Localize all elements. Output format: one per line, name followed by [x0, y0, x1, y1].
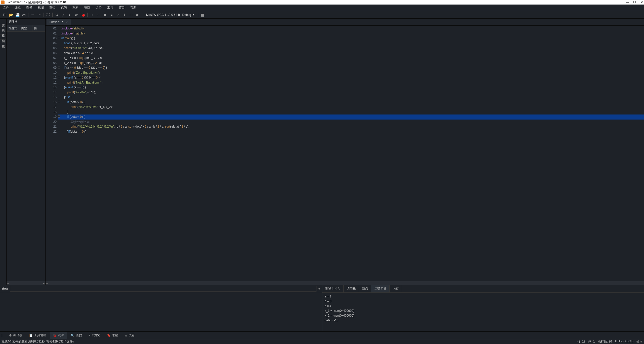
line-number[interactable]: 01	[46, 26, 58, 31]
line-number[interactable]: 11-	[46, 75, 58, 80]
compile-run-icon[interactable]: ⏵	[68, 13, 72, 17]
code-line[interactable]: scanf("%f %f %f", &a, &b, &c);	[58, 46, 644, 51]
code-line[interactable]: }if(deta == 0){	[58, 129, 644, 134]
line-number[interactable]: 08	[46, 61, 58, 66]
line-number[interactable]: 10	[46, 70, 58, 75]
menu-视图[interactable]: 视图	[37, 5, 45, 10]
save-all-icon[interactable]: 🗃	[22, 13, 26, 17]
minimize-button[interactable]: —	[626, 1, 629, 4]
btab-TODO[interactable]: ≡TODO	[86, 332, 103, 338]
code-line[interactable]: }else if (a == 0 && b == 0) {	[58, 75, 644, 80]
manager-body[interactable]	[7, 32, 45, 281]
line-number[interactable]: 15-	[46, 95, 58, 100]
continue-icon[interactable]: ⏭	[135, 13, 140, 17]
line-number[interactable]: 19-	[46, 114, 58, 120]
code-line[interactable]: float a, b, c, x_1, x_2, deta;	[58, 41, 644, 46]
vtab-结构[interactable]: 结构	[0, 34, 6, 40]
redo-icon[interactable]: ↷	[37, 13, 42, 17]
stop-icon[interactable]: □	[129, 13, 133, 17]
code-line[interactable]: printf("%.2f\n", -c / b);	[58, 90, 644, 95]
menu-工具[interactable]: 工具	[106, 5, 114, 10]
menu-编辑[interactable]: 编辑	[14, 5, 22, 10]
maximize-button[interactable]: ☐	[633, 1, 636, 4]
code-line[interactable]: if (a == 0 && b == 0 && c == 0) {	[58, 65, 644, 70]
new-file-icon[interactable]: 🗋	[2, 13, 7, 17]
comment-icon[interactable]: ≣	[103, 13, 107, 17]
vtab-文件[interactable]: 文件	[0, 19, 6, 24]
open-file-icon[interactable]: 📂	[9, 13, 13, 17]
vtab-试题集[interactable]: 试题集	[0, 40, 6, 45]
btab-调试[interactable]: 🐞调试	[50, 332, 67, 339]
compiler-select[interactable]: MinGW GCC 11.2.0 64-bit Debug	[144, 13, 196, 17]
eval-input[interactable]	[10, 286, 316, 292]
menu-窗口[interactable]: 窗口	[118, 5, 126, 10]
step-into-icon[interactable]: ⤓	[122, 13, 127, 17]
code-line[interactable]: deta = b * b - 4 * a * c;	[58, 51, 644, 56]
menu-运行[interactable]: 运行	[95, 5, 103, 10]
menu-文件[interactable]: 文件	[2, 5, 10, 10]
code-line[interactable]: #include<math.h>	[58, 31, 644, 36]
compile-icon[interactable]: ⚙	[55, 13, 59, 17]
line-number[interactable]: 06	[46, 51, 58, 56]
messages-vtab[interactable]: …	[1, 334, 5, 337]
manager-scrollbar[interactable]: ◂▸	[7, 281, 45, 285]
vtab-项目[interactable]: 项目	[0, 24, 6, 29]
menu-帮助[interactable]: 帮助	[129, 5, 137, 10]
line-number[interactable]: 03-	[46, 36, 58, 41]
mgr-col[interactable]: 值	[32, 25, 45, 31]
mgr-col[interactable]: 表达式	[7, 25, 19, 31]
dtab-调用栈[interactable]: 调用栈	[344, 285, 359, 292]
line-number[interactable]: 16-	[46, 100, 58, 105]
code-line[interactable]: printf("%.2f\n%.2f\n", x_1, x_2);	[58, 105, 644, 110]
code-line[interactable]: }else if (a == 0) {	[58, 85, 644, 90]
code-line[interactable]: }else{	[58, 95, 644, 100]
menu-选择[interactable]: 选择	[25, 5, 33, 10]
menu-项目[interactable]: 项目	[83, 5, 91, 10]
code-line[interactable]: }	[58, 110, 644, 115]
btab-查找[interactable]: 🔍查找	[68, 332, 85, 339]
line-number[interactable]: 13-	[46, 85, 58, 90]
expand-icon[interactable]: ⛶	[46, 13, 50, 17]
uncomment-icon[interactable]: ≡	[109, 13, 114, 17]
code-line[interactable]: printf("Not An Equation\n");	[58, 80, 644, 85]
line-number[interactable]: 04	[46, 41, 58, 46]
line-number[interactable]: 22-	[46, 129, 58, 134]
outdent-icon[interactable]: ⇤	[96, 13, 101, 17]
editor-scrollbar[interactable]: ◂	[46, 281, 644, 285]
tab-untitled1[interactable]: untitled1.c ✕	[47, 19, 71, 25]
code-line[interactable]: if (deta < 0) {	[58, 114, 644, 120]
code-line[interactable]: //if(b==0)b=-b;	[58, 120, 644, 125]
line-number[interactable]: 02	[46, 31, 58, 36]
code-line[interactable]: printf("Zero Equation\n");	[58, 70, 644, 75]
mgr-col[interactable]: 类型	[19, 25, 32, 31]
btab-工具输出[interactable]: 📋工具输出	[26, 332, 49, 339]
dtab-局部变量[interactable]: 局部变量	[371, 285, 390, 292]
line-number[interactable]: 18	[46, 110, 58, 115]
dtab-断点[interactable]: 断点	[359, 285, 371, 292]
close-icon[interactable]: ✕	[65, 21, 68, 24]
line-number[interactable]: 12	[46, 80, 58, 85]
menu-代码[interactable]: 代码	[60, 5, 68, 10]
code-line[interactable]: #include<stdio.h>	[58, 26, 644, 31]
dtab-调试主控台[interactable]: 调试主控台	[322, 285, 344, 292]
line-number[interactable]: 17	[46, 105, 58, 110]
code-line[interactable]: x_1 = (-b + sqrt(deta)) / 2 / a;	[58, 56, 644, 61]
vtab-监视[interactable]: 监视	[0, 29, 6, 34]
menu-重构[interactable]: 重构	[71, 5, 79, 10]
undo-icon[interactable]: ↶	[30, 13, 35, 17]
code-line[interactable]: printf("%.2f+%.2fi\n%.2f-%.2fi\n", -b / …	[58, 124, 644, 129]
indent-icon[interactable]: ⇥	[90, 13, 94, 17]
debug-icon[interactable]: 🐞	[81, 13, 85, 17]
rebuild-icon[interactable]: ⟳	[74, 13, 79, 17]
line-number[interactable]: 14	[46, 90, 58, 95]
line-number[interactable]: 09-	[46, 65, 58, 70]
dtab-内存[interactable]: 内存	[390, 285, 402, 292]
menu-查找[interactable]: 查找	[48, 5, 56, 10]
line-number[interactable]: 05	[46, 46, 58, 51]
close-button[interactable]: ✕	[640, 1, 643, 4]
save-file-icon[interactable]: 💾	[15, 13, 20, 17]
code-editor[interactable]: 010203-040506070809-1011-1213-1415-16-17…	[46, 26, 644, 281]
code-line[interactable]: x_2 = (-b - sqrt(deta)) / 2 / a;	[58, 61, 644, 66]
btab-书签[interactable]: 🔖书签	[104, 332, 121, 339]
step-over-icon[interactable]: ⤻	[116, 13, 120, 17]
